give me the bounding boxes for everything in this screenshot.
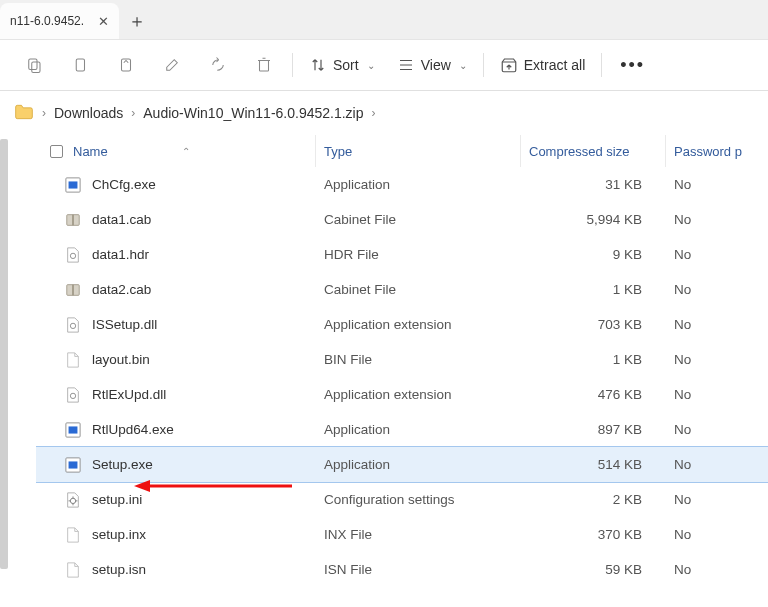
breadcrumb-separator: › <box>42 106 46 120</box>
file-row[interactable]: data1.cabCabinet File5,994 KBNo <box>36 202 768 237</box>
toolbar-separator <box>483 53 484 77</box>
file-row[interactable]: ISSetup.dllApplication extension703 KBNo <box>36 307 768 342</box>
svg-rect-2 <box>76 59 84 71</box>
chevron-down-icon: ⌄ <box>459 60 467 71</box>
file-type: Application extension <box>316 317 521 332</box>
file-icon <box>64 526 82 544</box>
file-password: No <box>666 492 768 507</box>
file-name: RtlExUpd.dll <box>92 387 166 402</box>
file-type: INX File <box>316 527 521 542</box>
file-icon <box>64 351 82 369</box>
file-row[interactable]: setup.isnISN File59 KBNo <box>36 552 768 587</box>
file-name: data2.cab <box>92 282 151 297</box>
file-type: Application <box>316 177 521 192</box>
file-name: ISSetup.dll <box>92 317 157 332</box>
file-password: No <box>666 387 768 402</box>
file-name: ChCfg.exe <box>92 177 156 192</box>
file-name: layout.bin <box>92 352 150 367</box>
file-password: No <box>666 247 768 262</box>
file-type: HDR File <box>316 247 521 262</box>
breadcrumb-separator: › <box>131 106 135 120</box>
sort-button[interactable]: Sort ⌄ <box>299 47 385 83</box>
file-size: 1 KB <box>521 282 666 297</box>
chevron-down-icon: ⌄ <box>367 60 375 71</box>
file-size: 703 KB <box>521 317 666 332</box>
sort-label: Sort <box>333 57 359 73</box>
file-size: 476 KB <box>521 387 666 402</box>
file-icon <box>64 456 82 474</box>
sort-icon <box>309 56 327 74</box>
file-size: 514 KB <box>521 457 666 472</box>
file-row[interactable]: Setup.exeApplication514 KBNo <box>36 447 768 482</box>
file-row[interactable]: setup.inxINX File370 KBNo <box>36 517 768 552</box>
view-button[interactable]: View ⌄ <box>387 47 477 83</box>
column-type[interactable]: Type <box>316 135 521 167</box>
share-button[interactable] <box>196 47 240 83</box>
file-password: No <box>666 562 768 577</box>
file-icon <box>64 316 82 334</box>
breadcrumb[interactable]: › Downloads › Audio-Win10_Win11-6.0.9452… <box>0 91 768 135</box>
file-password: No <box>666 457 768 472</box>
svg-rect-4 <box>260 61 269 72</box>
file-row[interactable]: data2.cabCabinet File1 KBNo <box>36 272 768 307</box>
file-row[interactable]: layout.binBIN File1 KBNo <box>36 342 768 377</box>
file-size: 31 KB <box>521 177 666 192</box>
content-area: Name ⌃ Type Compressed size Password p C… <box>0 135 768 607</box>
file-name: data1.hdr <box>92 247 149 262</box>
new-tab-button[interactable]: ＋ <box>119 3 155 39</box>
breadcrumb-item[interactable]: Audio-Win10_Win11-6.0.9452.1.zip <box>143 105 363 121</box>
tab-title: n11-6.0.9452. <box>10 14 84 28</box>
file-icon <box>64 386 82 404</box>
breadcrumb-item[interactable]: Downloads <box>54 105 123 121</box>
column-size[interactable]: Compressed size <box>521 135 666 167</box>
column-label: Name <box>73 144 108 159</box>
close-tab-icon[interactable]: ✕ <box>98 14 109 29</box>
file-type: Application extension <box>316 387 521 402</box>
file-row[interactable]: RtlExUpd.dllApplication extension476 KBN… <box>36 377 768 412</box>
file-list: Name ⌃ Type Compressed size Password p C… <box>36 135 768 607</box>
file-password: No <box>666 352 768 367</box>
rename-button[interactable] <box>150 47 194 83</box>
column-headers: Name ⌃ Type Compressed size Password p <box>36 135 768 167</box>
file-size: 9 KB <box>521 247 666 262</box>
file-type: Cabinet File <box>316 282 521 297</box>
file-icon <box>64 281 82 299</box>
extract-label: Extract all <box>524 57 585 73</box>
delete-button[interactable] <box>242 47 286 83</box>
file-size: 370 KB <box>521 527 666 542</box>
svg-rect-0 <box>29 59 37 70</box>
file-type: Configuration settings <box>316 492 521 507</box>
extract-all-button[interactable]: Extract all <box>490 47 595 83</box>
file-size: 59 KB <box>521 562 666 577</box>
column-password[interactable]: Password p <box>666 135 768 167</box>
file-type: Application <box>316 457 521 472</box>
file-row[interactable]: ChCfg.exeApplication31 KBNo <box>36 167 768 202</box>
file-password: No <box>666 422 768 437</box>
file-password: No <box>666 212 768 227</box>
select-all-checkbox[interactable] <box>50 145 63 158</box>
file-row[interactable]: data1.hdrHDR File9 KBNo <box>36 237 768 272</box>
cut-button[interactable] <box>12 47 56 83</box>
scrollbar[interactable] <box>0 139 8 569</box>
file-size: 1 KB <box>521 352 666 367</box>
copy-button[interactable] <box>58 47 102 83</box>
view-label: View <box>421 57 451 73</box>
svg-rect-1 <box>32 62 40 73</box>
file-name: setup.ini <box>92 492 142 507</box>
file-name: setup.inx <box>92 527 146 542</box>
paste-button[interactable] <box>104 47 148 83</box>
file-icon <box>64 176 82 194</box>
file-name: RtlUpd64.exe <box>92 422 174 437</box>
more-options-button[interactable]: ••• <box>608 55 657 76</box>
file-icon <box>64 211 82 229</box>
file-name: data1.cab <box>92 212 151 227</box>
column-name[interactable]: Name ⌃ <box>36 135 316 167</box>
file-type: ISN File <box>316 562 521 577</box>
file-name: Setup.exe <box>92 457 153 472</box>
extract-icon <box>500 56 518 74</box>
window-tab[interactable]: n11-6.0.9452. ✕ <box>0 3 119 39</box>
file-row[interactable]: RtlUpd64.exeApplication897 KBNo <box>36 412 768 447</box>
file-icon <box>64 491 82 509</box>
file-row[interactable]: setup.iniConfiguration settings2 KBNo <box>36 482 768 517</box>
file-type: BIN File <box>316 352 521 367</box>
